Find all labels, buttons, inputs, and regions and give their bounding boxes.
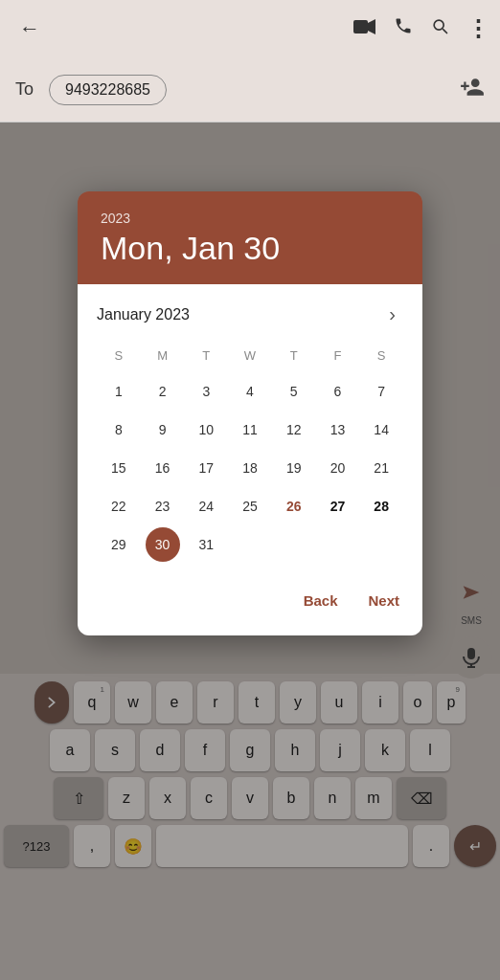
cal-day-17[interactable]: 17: [189, 451, 223, 485]
top-nav: ← ⋮: [0, 0, 500, 57]
calendar-dow-row: S M T W T F S: [97, 345, 403, 367]
cal-day-3[interactable]: 3: [189, 374, 223, 409]
calendar-year: 2023: [101, 211, 399, 226]
dow-fri: F: [316, 345, 360, 367]
cal-day-5[interactable]: 5: [277, 374, 311, 409]
cal-day-25[interactable]: 25: [233, 489, 267, 523]
cal-day-12[interactable]: 12: [277, 412, 311, 447]
cal-day-29[interactable]: 29: [102, 527, 136, 562]
cal-day-31[interactable]: 31: [189, 527, 223, 562]
cal-day-14[interactable]: 14: [364, 412, 398, 447]
cal-day-21[interactable]: 21: [364, 451, 398, 485]
video-icon[interactable]: [353, 16, 376, 41]
phone-chip[interactable]: 9493228685: [49, 75, 167, 105]
to-bar: To 9493228685: [0, 57, 500, 122]
dow-tue: T: [184, 345, 228, 367]
nav-icons: ⋮: [353, 15, 489, 42]
cal-day-19[interactable]: 19: [277, 451, 311, 485]
svg-marker-1: [368, 19, 375, 34]
add-person-icon[interactable]: [460, 75, 485, 105]
calendar-month-label: January 2023: [97, 306, 190, 323]
cal-day-13[interactable]: 13: [320, 412, 354, 447]
back-button[interactable]: ←: [11, 9, 48, 49]
calendar-date-title: Mon, Jan 30: [101, 230, 399, 267]
more-options-icon[interactable]: ⋮: [466, 15, 489, 42]
back-button[interactable]: Back: [300, 585, 342, 616]
cal-day-28[interactable]: 28: [364, 489, 398, 523]
dow-wed: W: [228, 345, 272, 367]
calendar-grid: S M T W T F S 1 2 3 4 5 6 7 8 9 10: [97, 345, 403, 562]
cal-day-23[interactable]: 23: [146, 489, 180, 523]
cal-day-2[interactable]: 2: [146, 374, 180, 409]
cal-day-27[interactable]: 27: [320, 489, 354, 523]
dow-mon: M: [141, 345, 185, 367]
cal-day-4[interactable]: 4: [233, 374, 267, 409]
cal-day-30[interactable]: 30: [146, 527, 180, 562]
cal-day-22[interactable]: 22: [102, 489, 136, 523]
cal-day-24[interactable]: 24: [189, 489, 223, 523]
calendar-next-month-button[interactable]: ›: [381, 300, 403, 329]
cal-day-11[interactable]: 11: [233, 412, 267, 447]
to-label: To: [15, 79, 34, 100]
cal-day-16[interactable]: 16: [146, 451, 180, 485]
cal-day-18[interactable]: 18: [233, 451, 267, 485]
dow-thu: T: [272, 345, 316, 367]
calendar-dialog: 2023 Mon, Jan 30 January 2023 › S M T W …: [78, 191, 422, 635]
cal-day-20[interactable]: 20: [320, 451, 354, 485]
calendar-month-nav: January 2023 ›: [97, 300, 403, 329]
cal-day-1[interactable]: 1: [102, 374, 136, 409]
cal-day-26[interactable]: 26: [277, 489, 311, 523]
calendar-actions: Back Next: [97, 577, 403, 616]
svg-rect-0: [353, 20, 368, 33]
dow-sun: S: [97, 345, 141, 367]
cal-day-8[interactable]: 8: [102, 412, 136, 447]
cal-day-7[interactable]: 7: [364, 374, 398, 409]
cal-day-15[interactable]: 15: [102, 451, 136, 485]
cal-day-9[interactable]: 9: [146, 412, 180, 447]
calendar-days-grid: 1 2 3 4 5 6 7 8 9 10 11 12 13 14 15 16 1…: [97, 374, 403, 562]
search-icon[interactable]: [430, 16, 449, 41]
next-button[interactable]: Next: [364, 585, 403, 616]
calendar-body: January 2023 › S M T W T F S 1 2 3 4 5: [78, 284, 422, 635]
dow-sat: S: [359, 345, 403, 367]
phone-icon[interactable]: [394, 16, 413, 41]
cal-day-10[interactable]: 10: [189, 412, 223, 447]
calendar-header: 2023 Mon, Jan 30: [78, 191, 422, 284]
cal-day-6[interactable]: 6: [320, 374, 354, 409]
